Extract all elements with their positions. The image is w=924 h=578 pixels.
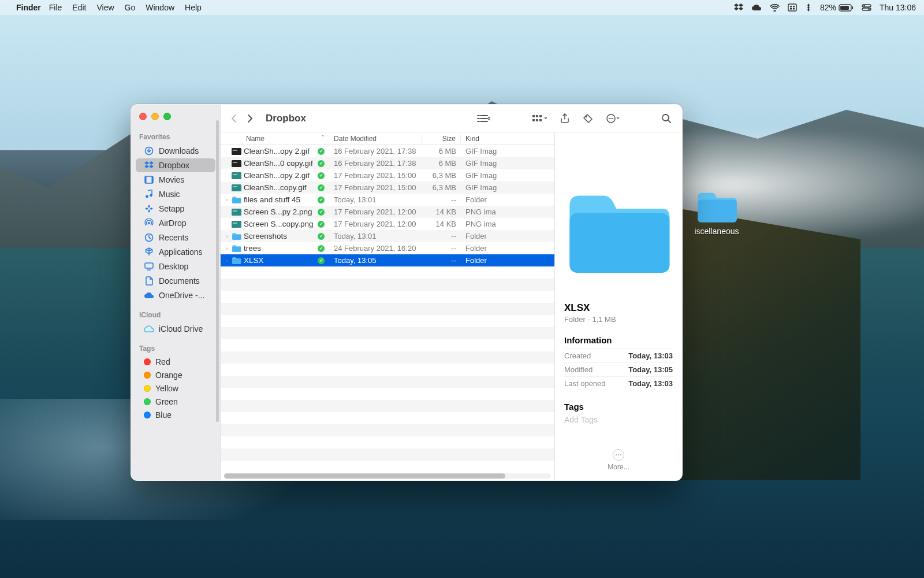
file-row[interactable]: Screen S...py 2.png 17 February 2021, 12… [221,206,554,218]
file-row[interactable]: CleanSh...0 copy.gif 16 February 2021, 1… [221,157,554,169]
tag-button[interactable] [579,111,597,126]
file-kind: Folder [461,195,554,204]
sidebar-item-dropbox[interactable]: Dropbox [136,158,215,172]
music-icon [144,189,154,199]
sidebar-item-green[interactable]: Green [136,395,215,408]
sidebar-item-recents[interactable]: Recents [136,231,215,244]
column-header-name[interactable]: Nameˆ [221,135,329,143]
disclosure-icon[interactable]: › [223,246,231,251]
sidebar-item-setapp[interactable]: Setapp [136,202,215,216]
close-button[interactable] [139,113,147,120]
sidebar-item-red[interactable]: Red [136,355,215,368]
file-row[interactable]: Screen S...copy.png 17 February 2021, 12… [221,218,554,230]
finder-main: Dropbox Nameˆ Date Modified Size Kind [221,105,682,480]
app-menu[interactable]: Finder [16,3,41,12]
file-row[interactable]: › XLSX Today, 13:05 -- Folder [221,254,554,266]
file-size: 14 KB [422,220,461,228]
search-button[interactable] [658,111,675,126]
menu-file[interactable]: File [49,3,62,12]
sidebar-item-icloud-drive[interactable]: iCloud Drive [136,322,215,336]
menu-edit[interactable]: Edit [72,3,86,12]
empty-row [221,412,554,424]
file-thumb-icon [231,208,241,217]
sidebar-item-downloads[interactable]: Downloads [136,144,215,158]
share-button[interactable] [556,111,573,126]
sidebar-item-documents[interactable]: Documents [136,274,215,288]
tag-color-icon [144,398,151,405]
group-button[interactable] [528,112,550,125]
status-tile-icon[interactable] [788,3,797,12]
empty-row [221,291,554,303]
disclosure-icon[interactable]: › [223,258,231,264]
back-button[interactable] [228,112,240,125]
file-name: Screen S...copy.png [244,220,315,228]
preview-add-tags[interactable]: Add Tags [564,415,673,424]
file-row[interactable]: › Screenshots Today, 13:01 -- Folder [221,230,554,242]
file-size: 6,3 MB [422,183,461,192]
empty-row [221,351,554,364]
svg-rect-26 [539,115,542,117]
svg-rect-50 [569,213,669,272]
sidebar-item-label: Documents [159,276,200,286]
status-battery[interactable]: 82% [820,3,854,12]
action-button[interactable] [602,111,623,126]
file-name: trees [244,244,315,253]
svg-rect-36 [232,160,241,167]
sidebar-item-yellow[interactable]: Yellow [136,382,215,395]
menu-go[interactable]: Go [125,3,136,12]
menubar-clock[interactable]: Thu 13:06 [880,3,916,12]
zoom-button[interactable] [163,113,171,120]
sidebar-item-movies[interactable]: Movies [136,173,215,187]
sidebar-item-airdrop[interactable]: AirDrop [136,216,215,230]
sync-badge-icon [318,148,325,155]
svg-rect-24 [532,119,535,121]
battery-percent: 82% [820,3,836,12]
sidebar-item-applications[interactable]: Applications [136,245,215,259]
desktop-item-folder[interactable]: iscellaneous [694,190,739,236]
sidebar-item-desktop[interactable]: Desktop [136,260,215,273]
status-wifi-icon[interactable] [770,4,780,12]
horizontal-scrollbar[interactable] [221,472,554,480]
file-row[interactable]: CleanSh...opy 2.gif 16 February 2021, 17… [221,145,554,157]
svg-rect-22 [532,115,535,117]
sidebar-item-onedrive-[interactable]: OneDrive -... [136,288,215,302]
sidebar-item-label: Desktop [159,262,188,271]
file-row[interactable]: CleanSh...copy.gif 17 February 2021, 15:… [221,181,554,194]
menu-view[interactable]: View [96,3,114,12]
forward-button[interactable] [244,112,256,125]
sidebar-scrollbar[interactable] [216,120,219,422]
column-header-kind[interactable]: Kind [461,135,554,143]
view-mode-button[interactable] [473,112,494,125]
preview-lastopened-label: Last opened [564,379,606,388]
minimize-button[interactable] [151,113,159,120]
sidebar-item-label: Green [155,397,178,406]
disclosure-icon[interactable]: › [223,234,231,239]
empty-row [221,266,554,279]
column-header-date[interactable]: Date Modified [329,135,422,143]
preview-more-button[interactable]: ⋯ [613,449,624,461]
status-dropbox-icon[interactable] [734,3,743,12]
column-header-size[interactable]: Size [422,135,461,143]
status-extra-icon[interactable] [805,3,812,12]
menu-help[interactable]: Help [185,3,202,12]
window-controls [131,110,220,128]
file-name: CleanSh...0 copy.gif [244,159,315,168]
file-row[interactable]: CleanSh...opy 2.gif 17 February 2021, 15… [221,169,554,181]
tag-color-icon [144,358,151,365]
status-control-center-icon[interactable] [862,4,871,11]
sidebar-item-music[interactable]: Music [136,187,215,201]
disclosure-icon[interactable]: › [223,197,231,203]
sidebar: Favorites DownloadsDropboxMoviesMusicSet… [131,105,221,480]
svg-rect-16 [152,176,154,183]
sidebar-item-orange[interactable]: Orange [136,369,215,381]
sidebar-section-icloud: iCloud [131,307,220,321]
file-row[interactable]: › trees 24 February 2021, 16:20 -- Folde… [221,242,554,254]
file-date: Today, 13:01 [329,195,422,204]
file-thumb-icon [231,220,241,229]
sidebar-item-blue[interactable]: Blue [136,409,215,421]
status-cloud-icon[interactable] [751,4,762,11]
menu-window[interactable]: Window [146,3,174,12]
empty-row [221,388,554,400]
svg-point-32 [612,117,613,118]
file-row[interactable]: › files and stuff 45 Today, 13:01 -- Fol… [221,194,554,206]
